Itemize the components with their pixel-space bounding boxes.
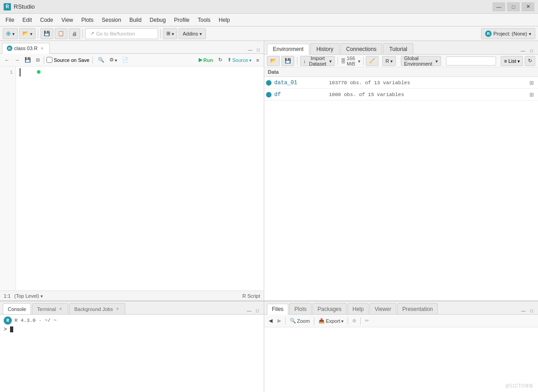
minimize-button[interactable]: — — [492, 2, 505, 11]
project-badge[interactable]: R Project: (None) — [481, 28, 535, 39]
files-tab-help[interactable]: Help — [348, 303, 369, 314]
zoom-icon: 🔍 — [290, 318, 296, 324]
data-dot-1 — [266, 80, 272, 86]
global-env-selector[interactable]: Global Environment — [401, 56, 441, 66]
r-selector[interactable]: R — [382, 56, 396, 66]
data-row-data01[interactable]: data_01 103770 obs. of 13 variables ⊞ — [264, 77, 538, 89]
r-version-label: R 4.3.0 · ~/ — [15, 318, 51, 323]
files-maximize-btn[interactable]: □ — [528, 307, 535, 314]
load-workspace-button[interactable]: 📂 — [267, 56, 280, 66]
env-tab-tutorial[interactable]: Tutorial — [383, 43, 413, 54]
env-tab-history[interactable]: History — [310, 43, 339, 54]
menu-build[interactable]: Build — [126, 15, 145, 25]
open-file-button[interactable]: 📂 — [19, 28, 36, 39]
zoom-button[interactable]: 🔍 Zoom — [288, 316, 312, 326]
code-editor[interactable]: 1 — [0, 66, 264, 290]
pencil-button[interactable]: ✏ — [363, 316, 371, 326]
tutorial-label: Tutorial — [389, 46, 407, 52]
close-button[interactable]: ✕ — [522, 2, 534, 11]
save-button[interactable]: 💾 — [41, 28, 53, 39]
maximize-button[interactable]: □ — [507, 2, 520, 11]
back-icon: ◀ — [269, 318, 272, 324]
env-toolbar: 📂 💾 ↓ Import Dataset 🗄 166 MiB — [264, 55, 538, 67]
forward-button[interactable]: ▶ — [276, 316, 283, 326]
files-tab-plots[interactable]: Plots — [289, 303, 312, 314]
env-tab-connections[interactable]: Connections — [340, 43, 383, 54]
code-content[interactable] — [16, 66, 264, 290]
data-name-df: df — [274, 92, 329, 98]
background-jobs-close[interactable]: × — [115, 306, 120, 312]
data-grid-icon-2[interactable]: ⊞ — [527, 90, 536, 99]
editor-tab-class03[interactable]: R class 03.R × — [2, 43, 50, 54]
files-minimize-btn[interactable]: — — [520, 307, 527, 314]
options-icon: ≡ — [256, 57, 259, 63]
title-bar: R RStudio — □ ✕ — [0, 0, 538, 14]
env-tab-environment[interactable]: Environment — [267, 44, 309, 55]
ed-toolbar-sep — [44, 56, 44, 64]
undo-button[interactable]: ← — [3, 56, 11, 65]
files-panel-controls: — □ — [520, 307, 535, 314]
print-button[interactable]: 🖨 — [69, 28, 80, 39]
terminal-tab-close[interactable]: × — [58, 306, 63, 312]
menu-edit[interactable]: Edit — [19, 15, 36, 25]
context-selector[interactable]: (Top Level) — [14, 293, 42, 299]
source-on-save-check[interactable] — [46, 57, 52, 63]
menu-tools[interactable]: Tools — [194, 15, 214, 25]
back-button[interactable]: ◀ — [267, 316, 274, 326]
options-button[interactable]: ≡ — [255, 56, 261, 65]
list-dropdown — [518, 58, 520, 64]
env-minimize-btn[interactable]: — — [519, 47, 527, 54]
new-file-button[interactable]: ⊕ — [3, 28, 18, 39]
menu-session[interactable]: Session — [98, 15, 125, 25]
menu-profile[interactable]: Profile — [170, 15, 193, 25]
layout-button[interactable]: ⊞ — [163, 28, 177, 39]
save-all-files-button[interactable]: ⊟ — [34, 56, 41, 65]
console-home-icon: ~ — [53, 317, 56, 324]
source-button[interactable]: ⬆ Source — [225, 56, 253, 65]
menu-file[interactable]: File — [2, 15, 18, 25]
console-maximize-btn[interactable]: □ — [254, 307, 261, 314]
list-icon: ≡ — [504, 58, 507, 64]
files-tab-viewer[interactable]: Viewer — [369, 303, 396, 314]
refresh-button[interactable]: ↻ — [525, 56, 535, 66]
console-tab-background-jobs[interactable]: Background Jobs × — [69, 303, 125, 314]
save-file-button[interactable]: 💾 — [23, 56, 33, 65]
env-search-input[interactable] — [446, 56, 496, 66]
redo-button[interactable]: → — [13, 56, 21, 65]
files-tab-packages[interactable]: Packages — [313, 303, 347, 314]
files-tab-presentation[interactable]: Presentation — [397, 303, 438, 314]
editor-tab-close[interactable]: × — [39, 46, 45, 51]
source-on-save-label[interactable]: Source on Save — [46, 57, 89, 63]
env-maximize-btn[interactable]: □ — [528, 47, 535, 54]
stop-button[interactable]: ⊗ — [350, 316, 358, 326]
import-dataset-button[interactable]: ↓ Import Dataset — [300, 56, 335, 66]
export-button[interactable]: 📤 Export — [317, 316, 345, 326]
addins-button[interactable]: Addins — [179, 28, 206, 39]
code-tools-button[interactable]: ⚙ — [108, 56, 119, 65]
run-button[interactable]: ▶ Run — [197, 56, 215, 65]
menu-view[interactable]: View — [58, 15, 77, 25]
console-content[interactable]: R R 4.3.0 · ~/ ~ > — [0, 315, 264, 392]
menu-code[interactable]: Code — [36, 15, 57, 25]
console-tab-console[interactable]: Console — [3, 303, 31, 314]
save-workspace-button[interactable]: 💾 — [282, 56, 294, 66]
terminal-tab-label: Terminal — [37, 306, 56, 312]
re-run-button[interactable]: ↻ — [216, 56, 224, 65]
console-tab-terminal[interactable]: Terminal × — [32, 303, 68, 314]
menu-help[interactable]: Help — [215, 15, 234, 25]
editor-minimize-btn[interactable]: — — [246, 46, 254, 53]
save-all-button[interactable]: 📋 — [55, 28, 67, 39]
files-tab-files[interactable]: Files — [267, 304, 288, 315]
search-button[interactable]: 🔍 — [96, 56, 106, 65]
clear-objects-button[interactable]: 🧹 — [366, 56, 379, 66]
console-minimize-btn[interactable]: — — [246, 307, 253, 314]
stop-icon: ⊗ — [352, 318, 356, 324]
menu-debug[interactable]: Debug — [146, 15, 169, 25]
editor-maximize-btn[interactable]: □ — [255, 46, 262, 53]
data-grid-icon-1[interactable]: ⊞ — [527, 78, 536, 87]
compile-button[interactable]: 📄 — [120, 56, 130, 65]
go-to-file-input[interactable]: ↗ Go to file/function — [85, 28, 158, 39]
list-view-button[interactable]: ≡ List — [501, 56, 523, 66]
menu-plots[interactable]: Plots — [78, 15, 97, 25]
data-row-df[interactable]: df 1000 obs. of 15 variables ⊞ — [264, 89, 538, 101]
